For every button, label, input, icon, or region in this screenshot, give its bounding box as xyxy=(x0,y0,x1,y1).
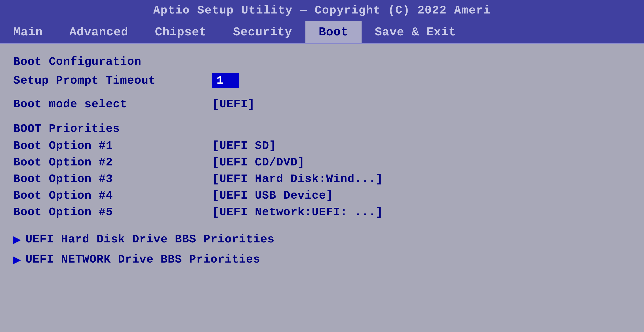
boot-option-5-label: Boot Option #5 xyxy=(13,206,212,219)
nav-item-main[interactable]: Main xyxy=(0,21,56,43)
boot-option-3-value[interactable]: [UEFI Hard Disk:Wind...] xyxy=(212,173,383,186)
boot-option-5-row: Boot Option #5 [UEFI Network:UEFI: ...] xyxy=(13,204,631,220)
bbs-item-hard-disk[interactable]: ▶ UEFI Hard Disk Drive BBS Priorities xyxy=(13,229,631,249)
boot-option-1-row: Boot Option #1 [UEFI SD] xyxy=(13,138,631,154)
nav-bar: Main Advanced Chipset Security Boot Save… xyxy=(0,21,644,44)
boot-mode-label: Boot mode select xyxy=(13,98,212,111)
boot-option-3-label: Boot Option #3 xyxy=(13,173,212,186)
boot-option-4-label: Boot Option #4 xyxy=(13,189,212,202)
boot-option-1-label: Boot Option #1 xyxy=(13,139,212,152)
boot-option-2-row: Boot Option #2 [UEFI CD/DVD] xyxy=(13,154,631,171)
nav-item-boot[interactable]: Boot xyxy=(306,21,362,43)
bbs-label-hard-disk: UEFI Hard Disk Drive BBS Priorities xyxy=(26,233,274,246)
boot-priorities-title: BOOT Priorities xyxy=(13,122,631,135)
bbs-arrow-network: ▶ xyxy=(13,252,21,267)
setup-prompt-label: Setup Prompt Timeout xyxy=(13,74,212,87)
boot-mode-row: Boot mode select [UEFI] xyxy=(13,95,631,114)
bbs-item-network[interactable]: ▶ UEFI NETWORK Drive BBS Priorities xyxy=(13,249,631,270)
boot-option-4-value[interactable]: [UEFI USB Device] xyxy=(212,189,333,202)
boot-option-2-label: Boot Option #2 xyxy=(13,156,212,169)
boot-option-2-value[interactable]: [UEFI CD/DVD] xyxy=(212,156,305,169)
setup-prompt-value[interactable]: 1 xyxy=(212,73,239,88)
boot-option-5-value[interactable]: [UEFI Network:UEFI: ...] xyxy=(212,206,383,219)
nav-item-advanced[interactable]: Advanced xyxy=(56,21,142,43)
main-content: Boot Configuration Setup Prompt Timeout … xyxy=(0,44,644,332)
setup-prompt-row: Setup Prompt Timeout 1 xyxy=(13,71,631,91)
boot-mode-value[interactable]: [UEFI] xyxy=(212,98,255,111)
boot-option-4-row: Boot Option #4 [UEFI USB Device] xyxy=(13,187,631,204)
bbs-section: ▶ UEFI Hard Disk Drive BBS Priorities ▶ … xyxy=(13,229,631,270)
nav-item-chipset[interactable]: Chipset xyxy=(142,21,220,43)
spacer-1 xyxy=(13,91,631,95)
spacer-2 xyxy=(13,114,631,118)
boot-priorities-section: BOOT Priorities Boot Option #1 [UEFI SD]… xyxy=(13,122,631,220)
section-title: Boot Configuration xyxy=(13,55,631,68)
nav-item-save-exit[interactable]: Save & Exit xyxy=(362,21,469,43)
nav-item-security[interactable]: Security xyxy=(220,21,306,43)
bbs-arrow-hard-disk: ▶ xyxy=(13,232,21,247)
boot-option-1-value[interactable]: [UEFI SD] xyxy=(212,139,276,152)
title-bar: Aptio Setup Utility — Copyright (C) 2022… xyxy=(0,0,644,21)
boot-option-3-row: Boot Option #3 [UEFI Hard Disk:Wind...] xyxy=(13,171,631,187)
bbs-label-network: UEFI NETWORK Drive BBS Priorities xyxy=(26,253,260,266)
